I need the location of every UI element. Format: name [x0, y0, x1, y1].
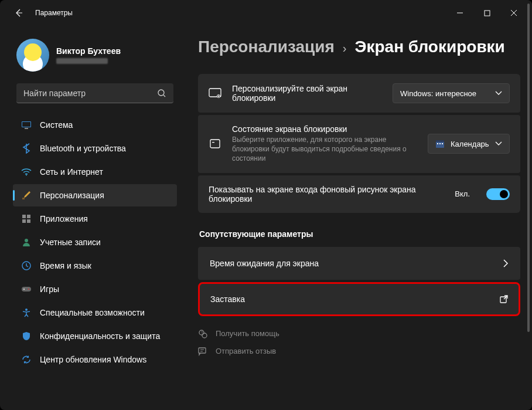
svg-rect-0 [485, 11, 490, 16]
sidebar-item-label: Приложения [40, 214, 88, 223]
sidebar-item-label: Сеть и Интернет [40, 167, 103, 177]
search-input[interactable] [23, 89, 157, 98]
wifi-icon [21, 167, 32, 177]
close-button[interactable] [500, 4, 527, 22]
bluetooth-icon [21, 143, 32, 154]
status-icon [209, 137, 221, 150]
titlebar: Параметры [0, 0, 532, 26]
footer-links: ? Получить помощь Отправить отзыв [198, 329, 520, 356]
link-screensaver[interactable]: Заставка [198, 282, 520, 316]
svg-point-16 [25, 309, 28, 311]
related-heading: Сопутствующие параметры [199, 229, 520, 239]
sidebar-item-bluetooth[interactable]: Bluetooth и устройства [13, 137, 177, 160]
search-icon [157, 89, 166, 98]
sidebar: Виктор Бухтеев Система Bluetooth и устро… [0, 26, 182, 410]
dropdown-status-app[interactable]: Календарь [428, 134, 510, 154]
page-title: Экран блокировки [355, 38, 505, 56]
nav-list: Система Bluetooth и устройства Сеть и Ин… [13, 114, 177, 371]
sidebar-item-label: Центр обновления Windows [40, 355, 146, 364]
dropdown-background-type[interactable]: Windows: интересное [393, 83, 510, 103]
setting-lockscreen-status: Состояние экрана блокировки Выберите при… [198, 115, 520, 173]
link-screen-timeout[interactable]: Время ожидания для экрана [198, 247, 520, 280]
sidebar-item-network[interactable]: Сеть и Интернет [13, 161, 177, 183]
svg-rect-20 [210, 140, 220, 148]
svg-rect-4 [25, 128, 28, 129]
sidebar-item-system[interactable]: Система [13, 114, 177, 136]
svg-rect-7 [22, 215, 26, 218]
sidebar-item-privacy[interactable]: Конфиденциальность и защита [13, 325, 177, 347]
svg-rect-19 [218, 96, 219, 97]
avatar [16, 39, 49, 72]
sidebar-item-label: Bluetooth и устройства [40, 144, 126, 153]
clock-icon [21, 260, 32, 271]
chevron-down-icon [495, 141, 502, 146]
toggle-show-background[interactable] [486, 188, 510, 200]
profile-name: Виктор Бухтеев [56, 46, 121, 56]
feedback-icon [198, 347, 207, 356]
monitor-icon [21, 120, 32, 130]
maximize-button[interactable] [473, 4, 500, 22]
sidebar-item-time[interactable]: Время и язык [13, 255, 177, 277]
svg-rect-8 [27, 215, 30, 218]
svg-rect-3 [22, 122, 30, 127]
scrollbar[interactable] [527, 4, 530, 379]
gamepad-icon [21, 284, 32, 294]
link-send-feedback[interactable]: Отправить отзыв [198, 347, 520, 356]
link-label: Время ожидания для экрана [210, 259, 319, 268]
setting-subtitle: Выберите приложение, для которого на экр… [232, 135, 417, 164]
link-label: Заставка [210, 294, 245, 304]
setting-title: Состояние экрана блокировки [232, 124, 417, 134]
apps-icon [21, 214, 32, 224]
picture-icon [209, 87, 221, 100]
svg-rect-25 [439, 143, 441, 144]
back-button[interactable] [9, 4, 28, 22]
calendar-icon [435, 139, 445, 148]
sidebar-item-label: Специальные возможности [40, 308, 145, 317]
svg-rect-31 [199, 348, 206, 353]
sidebar-item-update[interactable]: Центр обновления Windows [13, 348, 177, 371]
svg-rect-23 [436, 140, 444, 142]
breadcrumb-parent[interactable]: Персонализация [198, 38, 335, 56]
search-box[interactable] [16, 83, 173, 103]
paintbrush-icon [21, 190, 32, 201]
sidebar-item-label: Система [40, 120, 73, 130]
sidebar-item-apps[interactable]: Приложения [13, 208, 177, 230]
settings-window: Параметры Виктор Бухтеев [0, 0, 532, 410]
svg-rect-21 [212, 142, 214, 143]
svg-point-11 [25, 239, 28, 242]
svg-point-15 [28, 289, 29, 290]
svg-point-14 [23, 289, 25, 290]
setting-show-login-background: Показывать на экране входа фоновый рисун… [198, 175, 520, 213]
setting-title: Показывать на экране входа фоновый рисун… [209, 185, 444, 204]
sidebar-item-gaming[interactable]: Игры [13, 278, 177, 300]
chevron-right-icon [503, 259, 509, 267]
svg-rect-13 [22, 287, 31, 292]
sidebar-item-accounts[interactable]: Учетные записи [13, 231, 177, 253]
profile-section[interactable]: Виктор Бухтеев [13, 31, 177, 83]
close-icon [510, 9, 517, 16]
breadcrumb: Персонализация › Экран блокировки [198, 38, 520, 56]
help-icon: ? [198, 329, 207, 338]
arrow-left-icon [14, 8, 23, 18]
main-content: Персонализация › Экран блокировки Персон… [182, 26, 532, 410]
setting-personalize-lockscreen: Персонализируйте свой экран блокировки W… [198, 74, 520, 113]
sync-icon [21, 354, 32, 365]
profile-email [56, 58, 108, 64]
svg-point-5 [26, 175, 27, 176]
link-get-help[interactable]: ? Получить помощь [198, 329, 520, 338]
window-controls [446, 4, 527, 22]
footer-link-label: Отправить отзыв [216, 347, 276, 355]
dropdown-value: Календарь [451, 140, 489, 148]
scrollbar-thumb[interactable] [527, 4, 530, 332]
svg-rect-26 [442, 143, 443, 144]
toggle-state-label: Вкл. [455, 189, 470, 198]
accessibility-icon [21, 307, 32, 318]
sidebar-item-personalization[interactable]: Персонализация [13, 184, 177, 206]
external-link-icon [500, 295, 508, 303]
sidebar-item-label: Конфиденциальность и защита [40, 331, 160, 341]
shield-icon [21, 331, 32, 341]
sidebar-item-accessibility[interactable]: Специальные возможности [13, 301, 177, 324]
maximize-icon [484, 10, 490, 16]
minimize-button[interactable] [446, 4, 473, 22]
svg-rect-24 [437, 143, 438, 144]
